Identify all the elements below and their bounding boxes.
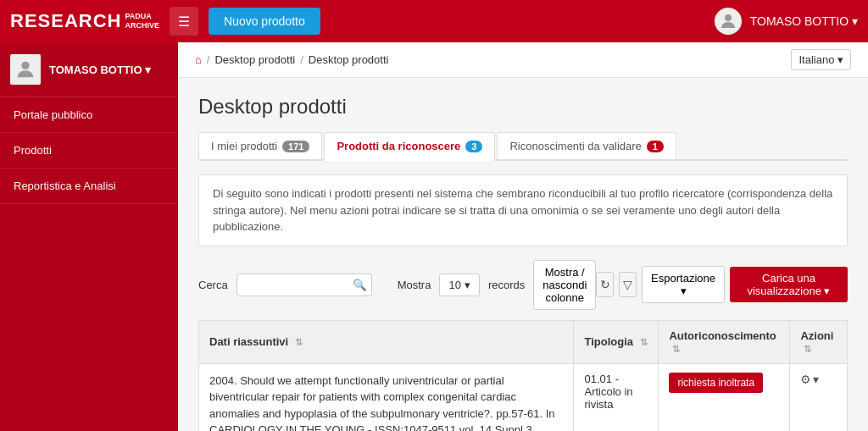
language-selector[interactable]: Italiano ▾ [791, 49, 851, 70]
logo-sub: PADUA ARCHIVE [125, 12, 159, 30]
load-view-label: Carica una visualizzazione ▾ [742, 272, 836, 297]
sort-icon-tipologia: ⇅ [640, 337, 648, 347]
sidebar: TOMASO BOTTIO ▾ Portale pubblico Prodott… [0, 42, 178, 431]
toolbar-right: ↻ ▽ Esportazione ▾ Carica una visualizza… [596, 266, 848, 303]
sidebar-item-reportistica[interactable]: Reportistica e Analisi [0, 169, 178, 204]
search-wrap: 🔍 [236, 274, 372, 296]
chevron-down-icon: ▾ [813, 373, 819, 386]
sidebar-item-portale[interactable]: Portale pubblico [0, 97, 178, 133]
columns-button[interactable]: Mostra / nascondi colonne [533, 260, 596, 310]
tab-riconoscere-label: Prodotti da riconoscere [337, 140, 460, 152]
breadcrumb-separator2: / [300, 53, 303, 66]
svg-point-1 [21, 62, 29, 69]
tab-validare-badge: 1 [647, 141, 664, 152]
col-header-tipologia: Tipologia ⇅ [574, 320, 659, 363]
action-gear-button[interactable]: ⚙ ▾ [800, 373, 837, 386]
records-label: records [488, 279, 525, 291]
search-input[interactable] [236, 274, 372, 296]
breadcrumb: ⌂ / Desktop prodotti / Desktop prodotti [195, 53, 388, 66]
tipologia-value: 01.01 - Articolo in rivista [584, 373, 632, 411]
home-icon[interactable]: ⌂ [195, 53, 202, 66]
nav-left: RESEARCH PADUA ARCHIVE ☰ Nuovo prodotto [10, 7, 320, 36]
main-layout: TOMASO BOTTIO ▾ Portale pubblico Prodott… [0, 42, 868, 431]
sidebar-item-prodotti[interactable]: Prodotti [0, 133, 178, 169]
sort-icon-dati: ⇅ [295, 337, 303, 347]
search-label: Cerca [198, 279, 228, 291]
info-text: Di seguito sono indicati i prodotti pres… [213, 187, 832, 233]
sort-icon-auto: ⇅ [672, 344, 680, 354]
cell-autoriconoscimento: richiesta inoltrata [659, 363, 790, 431]
data-table: Dati riassuntivi ⇅ Tipologia ⇅ Autoricon… [198, 320, 848, 432]
cell-dati: 2004. Should we attempt functionally uni… [199, 363, 574, 431]
autoriconoscimento-badge: richiesta inoltrata [669, 373, 763, 393]
top-nav: RESEARCH PADUA ARCHIVE ☰ Nuovo prodotto … [0, 0, 868, 42]
tab-miei-label: I miei prodotti [211, 140, 277, 152]
page-title: Desktop prodotti [198, 95, 848, 119]
info-box: Di seguito sono indicati i prodotti pres… [198, 174, 848, 246]
sidebar-avatar [10, 54, 41, 85]
page-content-area: Desktop prodotti I miei prodotti 171 Pro… [178, 78, 868, 431]
toolbar: Cerca 🔍 Mostra 10 ▾ records Mostra / nas… [198, 260, 848, 310]
show-count-selector[interactable]: 10 ▾ [439, 274, 479, 296]
new-product-button[interactable]: Nuovo prodotto [209, 8, 320, 35]
cell-tipologia: 01.01 - Articolo in rivista [574, 363, 659, 431]
logo: RESEARCH PADUA ARCHIVE [10, 10, 159, 32]
show-count-value: 10 [448, 279, 460, 291]
tab-validare-label: Riconoscimenti da validare [509, 140, 641, 152]
hamburger-button[interactable]: ☰ [170, 7, 198, 36]
search-icon-button[interactable]: 🔍 [353, 279, 367, 291]
tab-miei-prodotti[interactable]: I miei prodotti 171 [198, 132, 322, 159]
cell-azioni[interactable]: ⚙ ▾ [790, 363, 848, 431]
refresh-button[interactable]: ↻ [596, 272, 614, 297]
user-name[interactable]: TOMASO BOTTIO ▾ [750, 14, 858, 28]
breadcrumb-current: Desktop prodotti [309, 53, 389, 66]
filter-icon: ▽ [623, 278, 632, 291]
chevron-down-icon: ▾ [465, 279, 470, 291]
sidebar-user: TOMASO BOTTIO ▾ [0, 42, 178, 97]
gear-icon: ⚙ [800, 373, 811, 386]
record-title: 2004. Should we attempt functionally uni… [209, 373, 563, 432]
avatar [715, 8, 742, 35]
tab-miei-badge: 171 [282, 141, 309, 152]
filter-button[interactable]: ▽ [619, 272, 637, 297]
tab-riconoscimenti-validare[interactable]: Riconoscimenti da validare 1 [497, 132, 676, 159]
table-header-row: Dati riassuntivi ⇅ Tipologia ⇅ Autoricon… [199, 320, 848, 363]
load-view-button[interactable]: Carica una visualizzazione ▾ [730, 267, 848, 302]
tab-riconoscere-badge: 3 [465, 141, 482, 152]
tabs: I miei prodotti 171 Prodotti da riconosc… [198, 132, 848, 161]
sort-icon-azioni: ⇅ [804, 344, 811, 354]
col-header-azioni: Azioni ⇅ [790, 320, 848, 363]
breadcrumb-separator: / [207, 53, 210, 66]
table-row: 2004. Should we attempt functionally uni… [199, 363, 848, 431]
hamburger-icon: ☰ [178, 14, 190, 30]
main-content: ⌂ / Desktop prodotti / Desktop prodotti … [178, 42, 868, 431]
toolbar-left: Cerca 🔍 Mostra 10 ▾ records Mostra / nas… [198, 260, 596, 310]
export-button[interactable]: Esportazione ▾ [642, 266, 725, 303]
tab-prodotti-riconoscere[interactable]: Prodotti da riconoscere 3 [324, 132, 495, 161]
logo-research: RESEARCH [10, 10, 121, 32]
col-header-autoriconoscimento: Autoriconoscimento ⇅ [659, 320, 790, 363]
col-header-dati: Dati riassuntivi ⇅ [199, 320, 574, 363]
refresh-icon: ↻ [600, 278, 610, 291]
export-label: Esportazione ▾ [651, 272, 715, 297]
breadcrumb-bar: ⌂ / Desktop prodotti / Desktop prodotti … [178, 42, 868, 78]
sidebar-username: TOMASO BOTTIO ▾ [49, 64, 151, 76]
show-label: Mostra [398, 279, 431, 291]
nav-right: TOMASO BOTTIO ▾ [715, 8, 858, 35]
svg-point-0 [725, 14, 732, 21]
breadcrumb-parent[interactable]: Desktop prodotti [214, 53, 295, 66]
